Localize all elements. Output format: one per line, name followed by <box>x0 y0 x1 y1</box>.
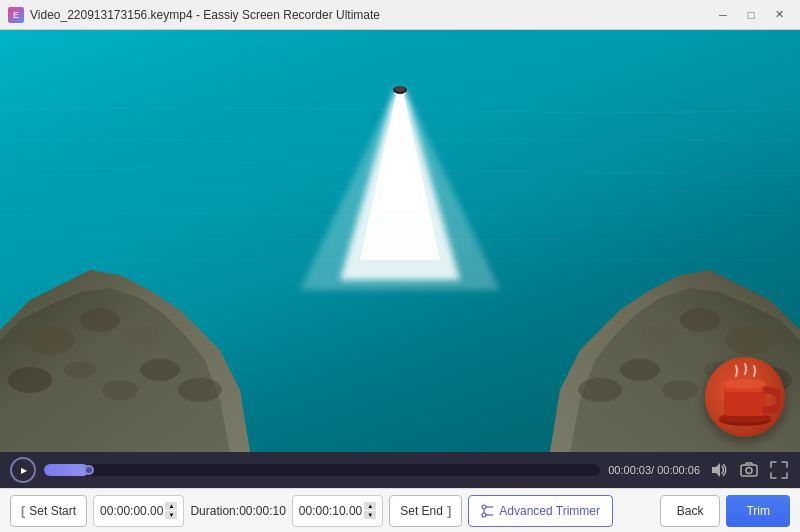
svg-point-19 <box>725 325 775 355</box>
video-player <box>0 30 800 452</box>
minimize-button[interactable]: ─ <box>710 5 736 25</box>
title-bar: E Video_220913173156.keymp4 - Eassiy Scr… <box>0 0 800 30</box>
duration-display: Duration:00:00:10 <box>190 504 285 518</box>
svg-point-21 <box>642 325 678 345</box>
trimmer-icon <box>481 504 495 518</box>
start-time-input[interactable]: 00:00:00.00 ▲ ▼ <box>93 495 184 527</box>
end-time-input[interactable]: 00:00:10.00 ▲ ▼ <box>292 495 383 527</box>
svg-point-31 <box>724 379 766 389</box>
bracket-left-icon: [ <box>21 503 25 518</box>
end-time-value: 00:00:10.00 <box>299 504 362 518</box>
svg-point-36 <box>482 513 486 517</box>
end-time-up[interactable]: ▲ <box>364 502 376 510</box>
bottom-toolbar: [ Set Start 00:00:00.00 ▲ ▼ Duration:00:… <box>0 488 800 532</box>
shore-right-svg <box>0 30 800 452</box>
svg-rect-33 <box>741 465 757 476</box>
screenshot-icon[interactable] <box>738 459 760 481</box>
advanced-trimmer-button[interactable]: Advanced Trimmer <box>468 495 613 527</box>
maximize-button[interactable]: □ <box>738 5 764 25</box>
start-time-value: 00:00:00.00 <box>100 504 163 518</box>
end-time-spinners: ▲ ▼ <box>364 502 376 519</box>
svg-point-25 <box>662 380 698 400</box>
title-bar-left: E Video_220913173156.keymp4 - Eassiy Scr… <box>8 7 380 23</box>
media-controls-bar: 00:00:03/ 00:00:06 <box>0 452 800 488</box>
close-button[interactable]: ✕ <box>766 5 792 25</box>
progress-thumb <box>84 465 94 475</box>
volume-icon[interactable] <box>708 459 730 481</box>
set-start-button[interactable]: [ Set Start <box>10 495 87 527</box>
svg-point-35 <box>482 505 486 509</box>
start-time-spinners: ▲ ▼ <box>165 502 177 519</box>
window-controls: ─ □ ✕ <box>710 5 792 25</box>
svg-point-20 <box>680 308 720 332</box>
set-end-button[interactable]: Set End ] <box>389 495 462 527</box>
svg-point-26 <box>578 378 622 402</box>
progress-bar[interactable] <box>44 464 600 476</box>
end-time-down[interactable]: ▼ <box>364 511 376 519</box>
time-display: 00:00:03/ 00:00:06 <box>608 464 700 476</box>
bracket-right-icon: ] <box>447 503 451 518</box>
coffee-cup-icon <box>710 362 780 432</box>
svg-marker-32 <box>712 463 720 477</box>
play-button[interactable] <box>10 457 36 483</box>
back-button[interactable]: Back <box>660 495 721 527</box>
start-time-down[interactable]: ▼ <box>165 511 177 519</box>
app-icon: E <box>8 7 24 23</box>
svg-point-24 <box>620 359 660 381</box>
progress-fill <box>44 464 89 476</box>
start-time-up[interactable]: ▲ <box>165 502 177 510</box>
watermark <box>705 357 785 437</box>
fullscreen-icon[interactable] <box>768 459 790 481</box>
window-title: Video_220913173156.keymp4 - Eassiy Scree… <box>30 8 380 22</box>
svg-point-34 <box>746 468 752 474</box>
trim-button[interactable]: Trim <box>726 495 790 527</box>
